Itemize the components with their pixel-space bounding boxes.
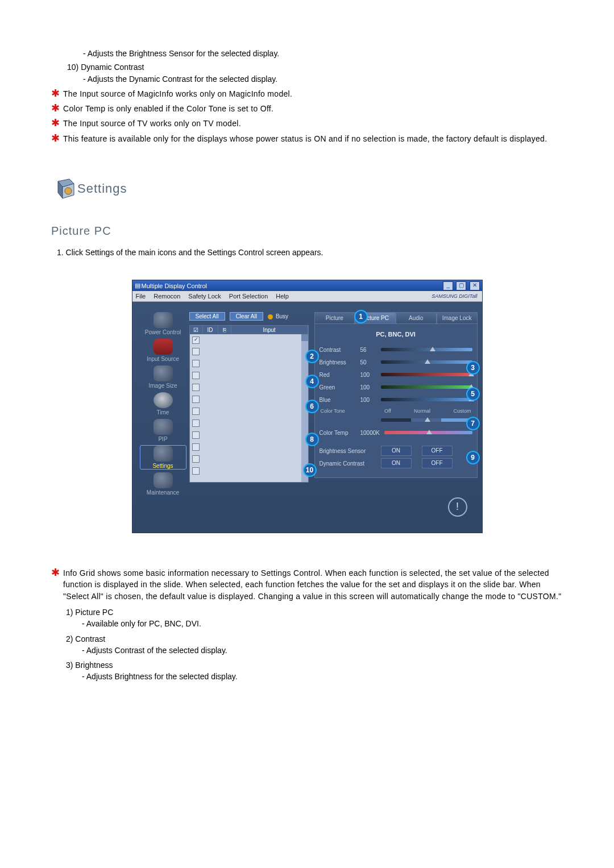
- callout-1: 1: [354, 310, 368, 323]
- callout-2: 2: [305, 350, 319, 363]
- callout-5: 5: [466, 387, 480, 401]
- sidebar: Power Control Input Source Image Size Ti…: [137, 312, 189, 522]
- grid-header: ☑ ID ⎘ Input: [190, 326, 308, 334]
- table-row[interactable]: [190, 466, 308, 477]
- sidebar-item-time[interactable]: Time: [140, 392, 186, 416]
- sidebar-item-size[interactable]: Image Size: [140, 366, 186, 389]
- brand-label: SAMSUNG DIGITall: [432, 293, 477, 299]
- settings-section-header: Settings: [51, 176, 563, 202]
- settings-title: Settings: [77, 181, 127, 196]
- close-button[interactable]: ✕: [470, 281, 480, 290]
- lower-item-1: 1) Picture PC - Available only for PC, B…: [66, 607, 563, 630]
- table-row[interactable]: [190, 370, 308, 382]
- table-row[interactable]: [190, 430, 308, 442]
- checkbox[interactable]: [192, 420, 200, 427]
- svg-point-3: [65, 188, 72, 194]
- menu-remocon[interactable]: Remocon: [154, 293, 180, 300]
- window-title: Multiple Display Control: [140, 283, 442, 289]
- color-tone-slider[interactable]: [381, 418, 472, 422]
- item-10-title: Dynamic Contrast: [81, 63, 144, 72]
- checkbox[interactable]: [192, 384, 200, 391]
- note-magicinfo: ✱The Input source of MagicInfo works onl…: [51, 88, 563, 99]
- sidebar-item-power[interactable]: Power Control: [140, 312, 186, 335]
- checkbox[interactable]: [192, 467, 200, 475]
- window-titlebar[interactable]: ▤ Multiple Display Control _ ▢ ✕: [132, 280, 482, 291]
- checkbox[interactable]: [192, 396, 200, 403]
- menu-file[interactable]: File: [136, 293, 146, 300]
- callout-4: 4: [305, 375, 319, 388]
- checkbox[interactable]: [192, 348, 200, 355]
- checkbox[interactable]: [192, 408, 200, 415]
- callout-7: 7: [466, 417, 480, 430]
- clear-all-button[interactable]: Clear All: [230, 312, 263, 321]
- item-10: 10) Dynamic Contrast - Adjusts the Dynam…: [67, 61, 563, 85]
- table-row[interactable]: [190, 406, 308, 418]
- info-grid-note: ✱ Info Grid shows some basic information…: [51, 567, 563, 602]
- window-body: Power Control Input Source Image Size Ti…: [132, 302, 482, 533]
- info-grid: ☑ ID ⎘ Input: [189, 325, 309, 483]
- callout-10: 10: [303, 463, 317, 477]
- green-slider[interactable]: [381, 385, 472, 389]
- settings-cube-icon: [51, 176, 77, 202]
- lower-list: 1) Picture PC - Available only for PC, B…: [51, 607, 563, 683]
- table-row[interactable]: [190, 418, 308, 430]
- checkbox[interactable]: [192, 337, 200, 344]
- checkbox[interactable]: [192, 372, 200, 379]
- sidebar-item-pip[interactable]: PIP: [140, 419, 186, 442]
- lower-item-2: 2) Contrast - Adjusts Contrast of the se…: [66, 633, 563, 657]
- table-row[interactable]: [190, 358, 308, 370]
- top-list: - Adjusts the Brightness Sensor for the …: [51, 48, 563, 85]
- brightness-sensor-on[interactable]: ON: [381, 446, 412, 456]
- table-row[interactable]: [190, 334, 308, 346]
- tab-audio[interactable]: Audio: [396, 312, 437, 323]
- item-10-sub: - Adjusts the Dynamic Contrast for the s…: [67, 73, 563, 85]
- star-icon: ✱: [51, 567, 60, 578]
- star-icon: ✱: [51, 133, 60, 143]
- dynamic-contrast-off[interactable]: OFF: [422, 458, 453, 468]
- color-temp-slider[interactable]: [384, 431, 472, 434]
- star-icon: ✱: [51, 88, 60, 98]
- table-row[interactable]: [190, 394, 308, 406]
- tabs: Picture Picture PC Audio Image Lock: [314, 312, 478, 323]
- menubar: File Remocon Safety Lock Port Selection …: [132, 291, 482, 302]
- grid-body[interactable]: [190, 334, 308, 482]
- step-1-num: 1.: [57, 248, 64, 257]
- tab-picture[interactable]: Picture: [314, 312, 355, 323]
- menu-safety-lock[interactable]: Safety Lock: [188, 293, 221, 300]
- select-all-button[interactable]: Select All: [189, 312, 225, 321]
- checkbox[interactable]: [192, 443, 200, 451]
- sidebar-item-settings[interactable]: Settings: [140, 446, 186, 469]
- maximize-button[interactable]: ▢: [456, 281, 466, 290]
- table-row[interactable]: [190, 454, 308, 466]
- picture-pc-panel: PC, BNC, DVI Contrast 56 Brightness 50 R…: [314, 323, 478, 478]
- minimize-button[interactable]: _: [443, 281, 453, 290]
- table-row[interactable]: [190, 442, 308, 454]
- callout-8: 8: [305, 433, 319, 446]
- row-green: Green 100: [320, 381, 472, 393]
- table-row[interactable]: [190, 346, 308, 358]
- red-slider[interactable]: [381, 373, 472, 376]
- panel-header: PC, BNC, DVI: [320, 331, 472, 338]
- checkbox[interactable]: [192, 360, 200, 367]
- sidebar-item-maintenance[interactable]: Maintenance: [140, 472, 186, 496]
- star-icon: ✱: [51, 118, 60, 128]
- brightness-slider[interactable]: [381, 360, 472, 364]
- row-brightness-sensor: Brightness Sensor ON OFF: [320, 445, 472, 457]
- checkbox[interactable]: [192, 431, 200, 439]
- tab-image-lock[interactable]: Image Lock: [437, 312, 478, 323]
- sidebar-item-input[interactable]: Input Source: [140, 339, 186, 362]
- contrast-slider[interactable]: [381, 348, 472, 351]
- brightness-sensor-off[interactable]: OFF: [422, 446, 453, 456]
- blue-slider[interactable]: [381, 398, 472, 401]
- checkbox[interactable]: [192, 455, 200, 463]
- dynamic-contrast-on[interactable]: ON: [381, 458, 412, 468]
- step-1: 1. Click Settings of the main icons and …: [51, 248, 563, 257]
- menu-port-selection[interactable]: Port Selection: [229, 293, 268, 300]
- note-power-on: ✱This feature is available only for the …: [51, 133, 563, 144]
- maintenance-icon: [154, 472, 173, 488]
- row-color-tone: Color Tone Off Normal Custom: [320, 408, 472, 426]
- table-row[interactable]: [190, 382, 308, 394]
- lower-item-3: 3) Brightness - Adjusts Brightness for t…: [66, 659, 563, 683]
- menu-help[interactable]: Help: [276, 293, 289, 300]
- step-1-text: Click Settings of the main icons and the…: [66, 248, 323, 257]
